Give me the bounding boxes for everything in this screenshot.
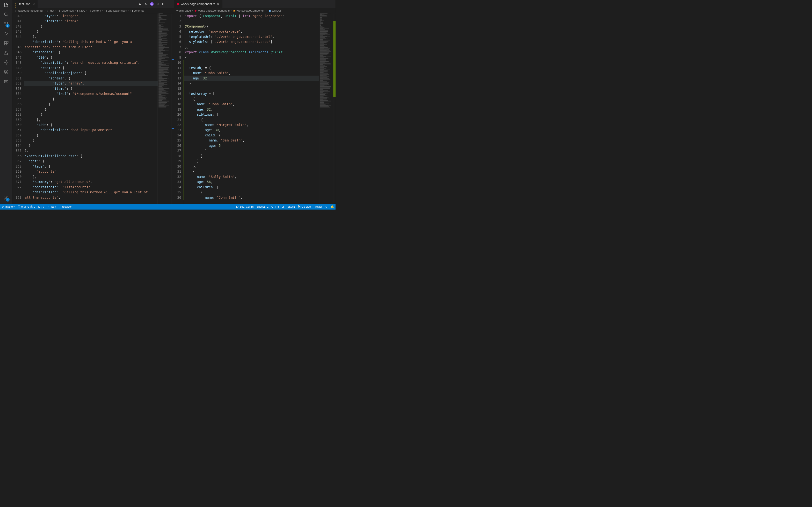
chevron-right-icon: › [266,9,267,12]
bc-item[interactable]: works-page.component.ts [198,9,230,12]
svg-point-2 [4,22,5,23]
bc-item[interactable]: application/json [108,9,127,12]
angular-file-icon [194,9,197,12]
class-icon: ◉ [233,9,236,12]
language-mode[interactable]: JSON [288,205,295,208]
svg-rect-7 [4,44,6,45]
braces-icon: { } [104,9,107,12]
chevron-right-icon: › [102,9,103,12]
code-content[interactable]: "type": "integer", "format": "int64" } }… [24,13,158,204]
svg-point-24 [2,207,3,208]
copilot-icon[interactable]: ◆ [138,2,142,6]
json-file-icon: { } [15,3,18,6]
chevron-right-icon: › [231,9,232,12]
braces-icon: { } [131,9,133,12]
breadcrumb-left[interactable]: { } /account/{accountId} › { } get › { }… [12,8,174,13]
chevron-right-icon: › [128,9,129,12]
bell-icon[interactable]: 🔔 [331,205,334,208]
tab-works-page[interactable]: works-page.component.ts ✕ [174,0,222,8]
editor-actions-right: ⋯ [327,0,336,8]
angular-file-icon [176,3,179,6]
editor-body-left[interactable]: 3403413423433443453463473483493503513523… [12,13,174,204]
svg-text:API: API [5,81,7,82]
tab-test-json[interactable]: { } test.json ✕ [12,0,38,8]
field-icon: ▣ [268,9,271,12]
run-debug-icon[interactable] [3,31,9,37]
minimap[interactable] [319,13,333,204]
angular-icon[interactable] [3,69,9,75]
branch-icon [2,206,5,208]
braces-icon: { } [89,9,91,12]
split-icon[interactable] [162,2,165,6]
svg-point-22 [2,206,3,207]
bc-item[interactable]: testObj [272,9,281,12]
feedback-icon[interactable]: ☺ [325,205,328,208]
braces-icon: { } [47,9,50,12]
chevron-right-icon: › [75,9,76,12]
svg-point-3 [7,22,8,23]
braces-icon: { } [77,9,80,12]
bc-item[interactable]: responses [61,9,74,12]
editor-actions-left: ◆ A ⋯ [136,0,174,8]
overview-ruler[interactable] [171,13,174,204]
svg-rect-9 [6,41,8,43]
play-icon[interactable] [156,2,159,6]
check-icon: ✓ [58,206,61,208]
git-graph-icon[interactable] [3,59,9,65]
encoding[interactable]: UTF-8 [271,205,279,208]
svg-point-18 [146,5,147,5]
minimap[interactable] [158,13,171,204]
bc-item[interactable]: WorksPageComponent [236,9,265,12]
avatar-icon[interactable]: A [150,2,153,6]
explorer-icon[interactable] [3,2,9,8]
svg-point-13 [6,64,6,64]
bc-item[interactable]: content [92,9,101,12]
prettier[interactable]: Prettier [314,205,322,208]
code-content[interactable]: import { Component, OnInit } from '@angu… [184,13,319,204]
editor-group-left: { } test.json ✕ ◆ A ⋯ { } /acc [12,0,174,204]
cursor-position[interactable]: Ln 352, Col 35 [236,205,254,208]
indentation[interactable]: Spaces: 2 [256,205,268,208]
close-icon[interactable]: ✕ [217,2,220,6]
tab-label: works-page.component.ts [181,2,215,6]
chevron-right-icon: › [86,9,87,12]
line-gutter[interactable]: 1234567891011121314151617181920212223242… [174,13,184,204]
overview-ruler[interactable] [333,13,336,204]
info-icon: ⓘ [30,206,33,208]
line-gutter[interactable]: 3403413423433443453463473483493503513523… [12,13,24,204]
braces-icon: { } [57,9,60,12]
svg-point-10 [6,60,6,61]
more-icon[interactable]: ⋯ [168,2,171,6]
svg-marker-5 [5,32,8,35]
problems-indicator[interactable]: ⓧ0 ⚠0 ⓘ2 [17,205,35,208]
api-icon[interactable]: API [3,79,9,85]
close-icon[interactable]: ✕ [32,2,35,6]
search-icon[interactable] [3,12,9,18]
editor-body-right[interactable]: 1234567891011121314151617181920212223242… [174,13,336,204]
broadcast-icon: 📡 [298,206,301,208]
breadcrumb-right[interactable]: works-page › works-page.component.ts › ◉… [174,8,336,13]
testing-icon[interactable] [3,50,9,56]
tab-label: test.json [19,2,30,6]
statusbar: master* ⓧ0 ⚠0 ⓘ2 {..}: 7 ✓ json | ✓ test… [0,204,336,210]
bc-item[interactable]: /account/{accountId} [18,9,44,12]
svg-marker-19 [157,3,159,5]
more-icon[interactable]: ⋯ [329,2,333,6]
bc-item[interactable]: 200 [81,9,85,12]
source-control-icon[interactable]: 8 [3,21,9,27]
bc-item[interactable]: works-page [176,9,191,12]
branch-indicator[interactable]: master* [2,205,15,208]
chevron-right-icon: › [55,9,56,12]
extensions-icon[interactable] [3,40,9,46]
language-check[interactable]: ✓ json | ✓ test.json [47,205,72,208]
svg-rect-6 [4,42,6,43]
bracket-indicator[interactable]: {..}: 7 [38,205,45,208]
bc-item[interactable]: get [50,9,54,12]
diff-icon[interactable] [144,2,148,6]
bc-item[interactable]: schema [134,9,144,12]
go-live[interactable]: 📡 Go Live [298,205,311,208]
settings-icon[interactable]: 1 [3,195,9,201]
chevron-right-icon: › [45,9,46,12]
warning-icon: ⚠ [24,206,27,208]
eol[interactable]: LF [282,205,285,208]
